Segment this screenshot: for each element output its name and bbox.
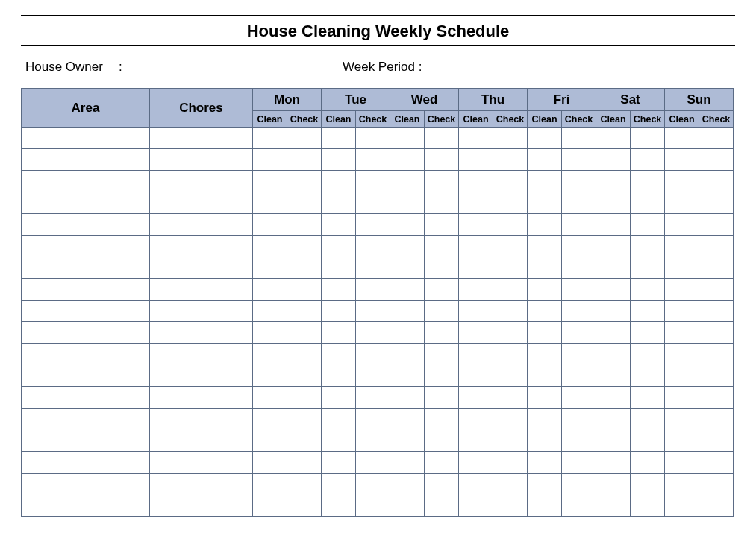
cell-day: [322, 474, 356, 495]
cell-day: [425, 128, 459, 149]
cell-day: [322, 430, 356, 452]
cell-day: [356, 387, 390, 409]
cell-day: [493, 452, 528, 474]
top-rule: [21, 15, 735, 16]
cell-day: [287, 495, 322, 517]
cell-day: [493, 149, 528, 171]
cell-day: [562, 236, 596, 257]
cell-day: [459, 430, 493, 452]
cell-day: [356, 430, 390, 452]
cell-day: [287, 409, 322, 430]
cell-day: [528, 257, 562, 279]
cell-day: [356, 495, 390, 517]
table-row: [22, 430, 734, 452]
cell-day: [596, 171, 631, 192]
owner-colon: :: [119, 60, 129, 75]
cell-day: [390, 344, 425, 365]
table-row: [22, 301, 734, 322]
header-day-mon: Mon: [253, 89, 322, 111]
cell-area: [22, 322, 150, 344]
cell-day: [459, 344, 493, 365]
cell-day: [459, 171, 493, 192]
cell-area: [22, 365, 150, 387]
cell-chores: [150, 171, 253, 192]
cell-day: [596, 257, 631, 279]
cell-day: [287, 301, 322, 322]
cell-day: [253, 279, 287, 301]
cell-area: [22, 452, 150, 474]
cell-day: [287, 365, 322, 387]
cell-day: [596, 214, 631, 236]
cell-day: [665, 192, 699, 214]
cell-day: [699, 474, 734, 495]
cell-chores: [150, 128, 253, 149]
cell-day: [631, 344, 665, 365]
cell-day: [665, 236, 699, 257]
cell-day: [665, 171, 699, 192]
cell-day: [356, 128, 390, 149]
cell-day: [562, 322, 596, 344]
cell-day: [390, 149, 425, 171]
table-row: [22, 257, 734, 279]
cell-day: [253, 257, 287, 279]
cell-day: [322, 365, 356, 387]
schedule-body: [22, 128, 734, 517]
cell-day: [356, 344, 390, 365]
cell-day: [493, 236, 528, 257]
page-title: House Cleaning Weekly Schedule: [21, 20, 735, 46]
cell-day: [356, 452, 390, 474]
cell-day: [322, 171, 356, 192]
cell-day: [425, 387, 459, 409]
cell-day: [459, 409, 493, 430]
cell-day: [562, 128, 596, 149]
cell-day: [596, 236, 631, 257]
cell-day: [699, 387, 734, 409]
cell-day: [287, 279, 322, 301]
cell-chores: [150, 236, 253, 257]
cell-day: [699, 322, 734, 344]
cell-day: [322, 322, 356, 344]
cell-day: [493, 387, 528, 409]
cell-day: [631, 430, 665, 452]
cell-day: [596, 365, 631, 387]
cell-day: [665, 149, 699, 171]
cell-day: [493, 301, 528, 322]
cell-day: [699, 430, 734, 452]
cell-day: [665, 365, 699, 387]
cell-chores: [150, 257, 253, 279]
cell-day: [390, 301, 425, 322]
cell-day: [665, 344, 699, 365]
cell-day: [390, 409, 425, 430]
cell-day: [493, 430, 528, 452]
cell-day: [287, 236, 322, 257]
cell-day: [253, 322, 287, 344]
cell-day: [356, 279, 390, 301]
cell-day: [322, 214, 356, 236]
table-row: [22, 171, 734, 192]
cell-day: [459, 474, 493, 495]
cell-day: [459, 452, 493, 474]
cell-day: [528, 430, 562, 452]
cell-day: [425, 322, 459, 344]
cell-chores: [150, 452, 253, 474]
cell-day: [253, 128, 287, 149]
cell-day: [493, 474, 528, 495]
cell-day: [631, 149, 665, 171]
cell-day: [631, 171, 665, 192]
cell-chores: [150, 192, 253, 214]
cell-area: [22, 149, 150, 171]
cell-day: [631, 387, 665, 409]
cell-day: [493, 322, 528, 344]
header-day-wed: Wed: [390, 89, 459, 111]
cell-area: [22, 257, 150, 279]
cell-day: [425, 171, 459, 192]
cell-day: [665, 322, 699, 344]
cell-day: [528, 452, 562, 474]
cell-day: [528, 344, 562, 365]
cell-day: [562, 344, 596, 365]
table-row: [22, 149, 734, 171]
cell-area: [22, 279, 150, 301]
owner-field: House Owner :: [25, 60, 343, 75]
cell-day: [699, 279, 734, 301]
cell-day: [356, 236, 390, 257]
